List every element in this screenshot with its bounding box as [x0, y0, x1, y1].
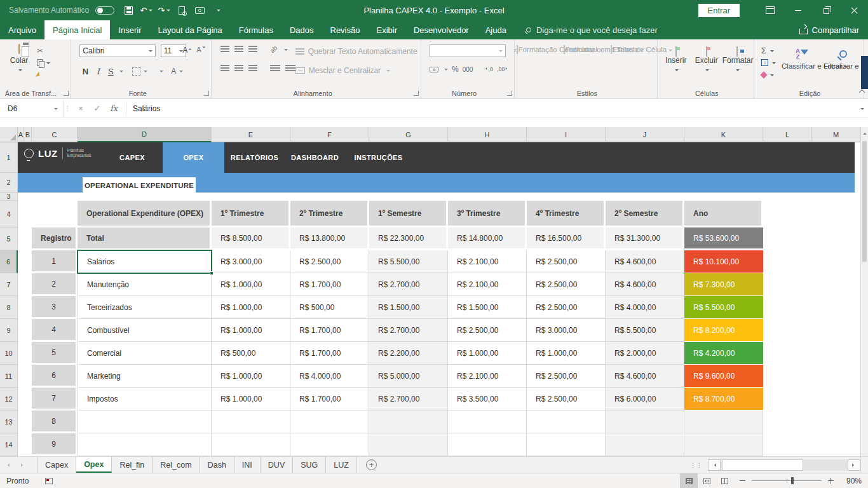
cell-C11[interactable]: 6: [32, 365, 78, 388]
col-header-H[interactable]: H: [448, 127, 527, 142]
increase-indent-icon[interactable]: [285, 65, 295, 72]
hscroll-right-icon[interactable]: [848, 459, 860, 471]
font-dialog-launcher[interactable]: [204, 91, 209, 96]
tab-inserir[interactable]: Inserir: [110, 20, 149, 39]
cell-H12[interactable]: R$ 3.500,00: [448, 388, 527, 410]
cell-J4[interactable]: 2º Semestre: [606, 201, 684, 227]
decrease-decimal-button[interactable]: ,00: [497, 66, 510, 72]
name-box[interactable]: D6: [0, 99, 64, 118]
tab-formulas[interactable]: Fórmulas: [231, 20, 281, 39]
cell-C8[interactable]: 3: [32, 296, 78, 319]
sheet-tab-dash[interactable]: Dash: [200, 457, 234, 473]
orientation-icon[interactable]: ab: [268, 44, 278, 55]
font-name-select[interactable]: Calibri: [79, 44, 156, 57]
col-header-M[interactable]: M: [812, 127, 860, 142]
cell-H7[interactable]: R$ 2.100,00: [448, 273, 527, 296]
horizontal-scrollbar[interactable]: [721, 459, 848, 471]
cell-K6[interactable]: R$ 10.100,00: [684, 250, 763, 273]
tab-splitter[interactable]: ⋮⋮: [690, 462, 703, 468]
col-header-E[interactable]: E: [212, 127, 290, 142]
scroll-up-icon[interactable]: [861, 127, 868, 138]
tab-desenvolvedor[interactable]: Desenvolvedor: [405, 20, 477, 39]
clipboard-dialog-launcher[interactable]: [64, 91, 69, 96]
row-header-13[interactable]: 13: [0, 410, 18, 433]
cell-F4[interactable]: 2º Trimestre: [290, 201, 369, 227]
autosum-button[interactable]: Σ: [761, 44, 776, 57]
zoom-in-icon[interactable]: [828, 478, 834, 484]
customize-qat-icon[interactable]: [210, 3, 225, 18]
row-header-1[interactable]: 1: [0, 142, 18, 173]
cell-C10[interactable]: 5: [32, 342, 78, 365]
cell-K14[interactable]: [684, 433, 763, 456]
align-middle-icon[interactable]: [234, 46, 243, 53]
row-header-4[interactable]: 4: [0, 201, 18, 227]
borders-icon[interactable]: [132, 67, 140, 76]
share-button[interactable]: Compartilhar: [799, 20, 859, 39]
col-header-C[interactable]: C: [32, 127, 78, 142]
cell-F6[interactable]: R$ 2.500,00: [290, 250, 369, 273]
sheet-tab-duv[interactable]: DUV: [261, 457, 293, 473]
row-header-14[interactable]: 14: [0, 433, 18, 456]
horizontal-scroll-thumb[interactable]: [722, 459, 803, 471]
close-button[interactable]: [840, 0, 868, 20]
cell-C5[interactable]: Registro: [32, 227, 78, 250]
restore-button[interactable]: [812, 0, 840, 20]
sheet-tab-rel-com[interactable]: Rel_com: [153, 457, 200, 473]
row-header-7[interactable]: 7: [0, 273, 18, 296]
cell-I13[interactable]: [527, 410, 606, 433]
select-all-corner[interactable]: [0, 127, 18, 142]
print-preview-icon[interactable]: [174, 3, 189, 18]
cell-F8[interactable]: R$ 500,00: [290, 296, 369, 319]
cell-C6[interactable]: 1: [32, 250, 78, 273]
row-header-9[interactable]: 9: [0, 319, 18, 342]
bold-button[interactable]: N: [79, 65, 91, 78]
expand-formula-bar-icon[interactable]: [860, 108, 864, 112]
sheet-tab-ini[interactable]: INI: [234, 457, 261, 473]
merge-center-button[interactable]: Mesclar e Centralizar: [295, 66, 390, 75]
shrink-font-button[interactable]: A: [196, 46, 206, 53]
row-header-8[interactable]: 8: [0, 296, 18, 319]
cell-D9[interactable]: Combustível: [78, 319, 212, 342]
row-header-12[interactable]: 12: [0, 388, 18, 410]
cell-D13[interactable]: [78, 410, 212, 433]
new-sheet-icon[interactable]: +: [366, 459, 377, 470]
cell-C13[interactable]: 8: [32, 410, 78, 433]
cell-E4[interactable]: 1º Trimestre: [212, 201, 290, 227]
cancel-icon[interactable]: ×: [72, 104, 89, 113]
italic-button[interactable]: I: [92, 65, 104, 78]
cell-C7[interactable]: 2: [32, 273, 78, 296]
cell-D5[interactable]: Total: [78, 227, 212, 250]
row-header-10[interactable]: 10: [0, 342, 18, 365]
cell-G14[interactable]: [369, 433, 448, 456]
minimize-button[interactable]: [784, 0, 812, 20]
cell-I8[interactable]: R$ 2.500,00: [527, 296, 606, 319]
comma-style-button[interactable]: 000: [463, 66, 473, 73]
col-header-L[interactable]: L: [763, 127, 812, 142]
cell-I6[interactable]: R$ 2.500,00: [527, 250, 606, 273]
percent-style-button[interactable]: %: [452, 65, 459, 74]
nav-tab-dashboard[interactable]: DASHBOARD: [285, 142, 345, 173]
cell-G9[interactable]: R$ 2.700,00: [369, 319, 448, 342]
cell-F13[interactable]: [290, 410, 369, 433]
tab-layout-da-pagina[interactable]: Layout da Página: [150, 20, 231, 39]
cell-G12[interactable]: R$ 2.700,00: [369, 388, 448, 410]
cell-G10[interactable]: R$ 2.200,00: [369, 342, 448, 365]
align-right-icon[interactable]: [248, 65, 257, 72]
cell-K5[interactable]: R$ 53.600,00: [684, 227, 763, 250]
cell-G11[interactable]: R$ 5.000,00: [369, 365, 448, 388]
cell-E10[interactable]: R$ 500,00: [212, 342, 290, 365]
cell-J12[interactable]: R$ 6.000,00: [606, 388, 684, 410]
cell-K10[interactable]: R$ 4.200,00: [684, 342, 763, 365]
cell-F14[interactable]: [290, 433, 369, 456]
camera-icon[interactable]: [192, 3, 207, 18]
tab-ajuda[interactable]: Ajuda: [477, 20, 515, 39]
insert-function-icon[interactable]: fx: [105, 104, 122, 113]
format-as-table-button[interactable]: Formatar como Tabela: [564, 46, 611, 55]
zoom-slider-handle[interactable]: [791, 477, 794, 484]
cell-D14[interactable]: [78, 433, 212, 456]
align-center-icon[interactable]: [234, 65, 243, 72]
vertical-scrollbar[interactable]: [860, 127, 868, 456]
nav-tab-relatorios[interactable]: RELATÓRIOS: [224, 142, 285, 173]
tab-pagina-inicial[interactable]: Página Inicial: [44, 20, 110, 39]
tab-dados[interactable]: Dados: [281, 20, 322, 39]
